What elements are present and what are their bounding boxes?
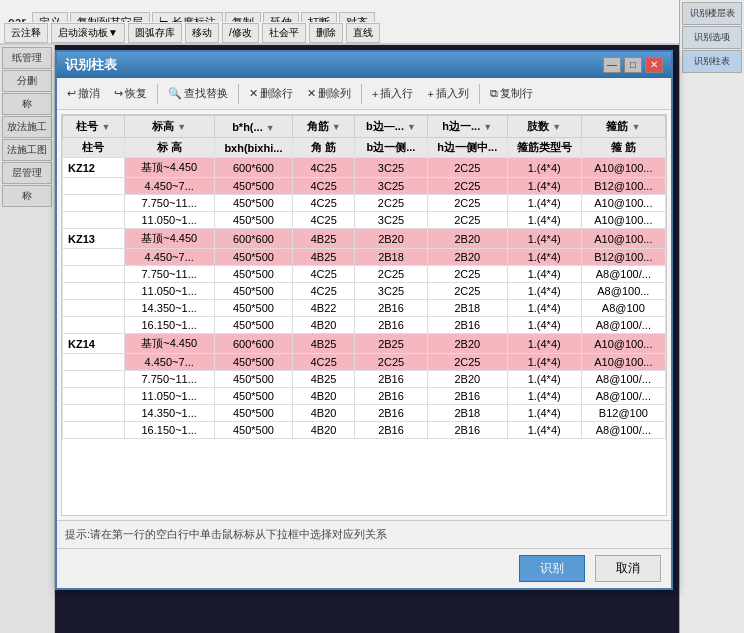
table-cell[interactable]: 2B16 <box>354 388 427 405</box>
toolbar2-btn5[interactable]: /修改 <box>222 23 259 43</box>
sidebar-item-split[interactable]: 分删 <box>2 70 52 92</box>
table-cell[interactable]: 2B25 <box>354 334 427 354</box>
table-cell[interactable]: 基顶~4.450 <box>124 334 214 354</box>
table-cell[interactable]: 450*500 <box>214 422 293 439</box>
table-cell[interactable]: 1.(4*4) <box>507 195 581 212</box>
col-header-jiaoshu[interactable]: 肢数 ▼ <box>507 116 581 138</box>
col-header-zhu[interactable]: 柱号 ▼ <box>63 116 125 138</box>
table-cell[interactable]: 1.(4*4) <box>507 354 581 371</box>
table-cell[interactable]: 450*500 <box>214 388 293 405</box>
table-cell[interactable]: 450*500 <box>214 212 293 229</box>
table-cell[interactable]: 4B20 <box>293 405 355 422</box>
table-cell[interactable]: KZ12 <box>63 158 125 178</box>
table-cell[interactable]: 16.150~1... <box>124 422 214 439</box>
table-cell[interactable]: KZ14 <box>63 334 125 354</box>
col-header-bh[interactable]: 标高 ▼ <box>124 116 214 138</box>
table-cell[interactable]: 4C25 <box>293 195 355 212</box>
toolbar2-btn6[interactable]: 社会平 <box>262 23 306 43</box>
table-cell[interactable]: 2C25 <box>427 354 507 371</box>
table-cell[interactable] <box>63 354 125 371</box>
table-cell[interactable]: 600*600 <box>214 334 293 354</box>
table-cell[interactable]: 1.(4*4) <box>507 178 581 195</box>
table-cell[interactable]: A8@100/... <box>581 371 665 388</box>
restore-button[interactable]: □ <box>624 57 642 73</box>
table-cell[interactable]: 4B22 <box>293 300 355 317</box>
table-cell[interactable] <box>63 405 125 422</box>
table-cell[interactable]: 1.(4*4) <box>507 422 581 439</box>
right-panel-options[interactable]: 识别选项 <box>682 26 742 49</box>
col-header-hbian[interactable]: h边一... ▼ <box>427 116 507 138</box>
table-cell[interactable]: 7.750~11... <box>124 371 214 388</box>
table-cell[interactable]: 1.(4*4) <box>507 249 581 266</box>
find-replace-button[interactable]: 🔍 查找替换 <box>164 84 232 103</box>
copy-row-button[interactable]: ⧉ 复制行 <box>486 84 537 103</box>
delete-col-button[interactable]: ✕ 删除列 <box>303 84 355 103</box>
table-cell[interactable]: KZ13 <box>63 229 125 249</box>
toolbar2-btn7[interactable]: 删除 <box>309 23 343 43</box>
table-cell[interactable]: 2C25 <box>354 266 427 283</box>
table-cell[interactable]: 7.750~11... <box>124 195 214 212</box>
table-cell[interactable]: 450*500 <box>214 266 293 283</box>
sidebar-item-paper[interactable]: 纸管理 <box>2 47 52 69</box>
table-cell[interactable] <box>63 317 125 334</box>
toolbar2-btn8[interactable]: 直线 <box>346 23 380 43</box>
table-cell[interactable]: A8@100... <box>581 283 665 300</box>
table-cell[interactable]: 2B16 <box>354 317 427 334</box>
table-container[interactable]: 柱号 ▼ 标高 ▼ b*h(... ▼ 角筋 ▼ b边—... ▼ h边一...… <box>61 114 667 516</box>
table-cell[interactable]: 2C25 <box>427 212 507 229</box>
table-cell[interactable]: 2C25 <box>427 283 507 300</box>
table-cell[interactable]: 450*500 <box>214 283 293 300</box>
table-cell[interactable]: 2B16 <box>354 422 427 439</box>
table-cell[interactable]: 450*500 <box>214 317 293 334</box>
toolbar2-btn2[interactable]: 启动滚动板▼ <box>51 23 125 43</box>
redo-button[interactable]: ↪ 恢复 <box>110 84 151 103</box>
table-cell[interactable]: 基顶~4.450 <box>124 229 214 249</box>
table-cell[interactable]: 450*500 <box>214 405 293 422</box>
table-cell[interactable]: 11.050~1... <box>124 283 214 300</box>
table-cell[interactable]: 2B20 <box>427 229 507 249</box>
insert-col-button[interactable]: + 插入列 <box>423 84 472 103</box>
col-header-jinjin[interactable]: 箍筋 ▼ <box>581 116 665 138</box>
table-cell[interactable]: 4B25 <box>293 229 355 249</box>
table-cell[interactable]: A10@100... <box>581 354 665 371</box>
table-cell[interactable]: 4B20 <box>293 317 355 334</box>
close-button[interactable]: ✕ <box>645 57 663 73</box>
table-cell[interactable]: 1.(4*4) <box>507 317 581 334</box>
table-cell[interactable]: 4C25 <box>293 283 355 300</box>
table-cell[interactable] <box>63 178 125 195</box>
table-cell[interactable] <box>63 283 125 300</box>
table-cell[interactable]: 1.(4*4) <box>507 229 581 249</box>
table-cell[interactable]: 3C25 <box>354 283 427 300</box>
table-cell[interactable]: B12@100... <box>581 249 665 266</box>
table-cell[interactable]: 2C25 <box>427 266 507 283</box>
table-cell[interactable]: 11.050~1... <box>124 212 214 229</box>
table-cell[interactable]: A8@100/... <box>581 388 665 405</box>
table-cell[interactable]: 4C25 <box>293 158 355 178</box>
table-cell[interactable]: 2B16 <box>427 317 507 334</box>
table-cell[interactable]: 2B16 <box>354 405 427 422</box>
toolbar2-btn3[interactable]: 圆弧存库 <box>128 23 182 43</box>
col-header-bbian[interactable]: b边—... ▼ <box>354 116 427 138</box>
table-cell[interactable] <box>63 266 125 283</box>
table-cell[interactable]: 2C25 <box>427 178 507 195</box>
table-cell[interactable]: 450*500 <box>214 371 293 388</box>
table-cell[interactable]: 450*500 <box>214 300 293 317</box>
table-cell[interactable]: A8@100/... <box>581 317 665 334</box>
table-cell[interactable]: 450*500 <box>214 195 293 212</box>
table-cell[interactable] <box>63 371 125 388</box>
table-cell[interactable]: A8@100 <box>581 300 665 317</box>
table-cell[interactable]: 1.(4*4) <box>507 405 581 422</box>
table-cell[interactable]: 2B16 <box>354 300 427 317</box>
table-cell[interactable]: 11.050~1... <box>124 388 214 405</box>
table-cell[interactable]: 2B18 <box>427 405 507 422</box>
table-cell[interactable]: A10@100... <box>581 334 665 354</box>
table-cell[interactable]: 4.450~7... <box>124 178 214 195</box>
table-cell[interactable] <box>63 388 125 405</box>
table-cell[interactable]: A10@100... <box>581 158 665 178</box>
col-header-jj[interactable]: 角筋 ▼ <box>293 116 355 138</box>
table-cell[interactable]: 2C25 <box>354 195 427 212</box>
table-cell[interactable]: 14.350~1... <box>124 300 214 317</box>
table-cell[interactable]: A8@100/... <box>581 266 665 283</box>
table-cell[interactable] <box>63 212 125 229</box>
table-cell[interactable]: 2B20 <box>427 334 507 354</box>
